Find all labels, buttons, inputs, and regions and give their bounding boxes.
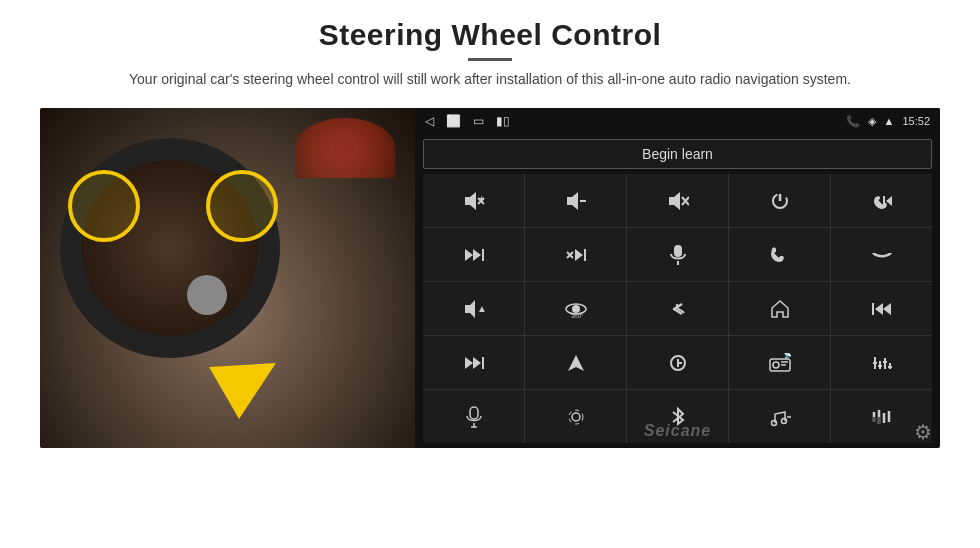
highlight-circle-left: [68, 170, 140, 242]
svg-marker-31: [465, 357, 473, 369]
svg-marker-27: [772, 301, 788, 317]
begin-learn-button[interactable]: Begin learn: [423, 139, 932, 169]
next-track-button[interactable]: [423, 228, 524, 281]
svg-text:📡: 📡: [783, 353, 791, 359]
svg-marker-13: [465, 249, 473, 261]
mic-button[interactable]: [627, 228, 728, 281]
svg-text:+: +: [479, 194, 484, 204]
svg-marker-29: [883, 303, 891, 315]
home-button[interactable]: [729, 282, 830, 335]
fast-forward-button[interactable]: [423, 336, 524, 389]
svg-marker-22: [465, 300, 475, 318]
android-panel: ◁ ⬜ ▭ ▮▯ 📞 ◈ ▲ 15:52 Begin learn: [415, 108, 940, 448]
svg-text:360°: 360°: [571, 313, 584, 319]
svg-point-39: [773, 362, 779, 368]
music-settings-button[interactable]: [729, 390, 830, 443]
highlight-circle-right: [206, 170, 278, 242]
svg-point-57: [781, 418, 786, 423]
status-bar: ◁ ⬜ ▭ ▮▯ 📞 ◈ ▲ 15:52: [415, 108, 940, 134]
location-icon: ◈: [868, 115, 876, 128]
status-right: 📞 ◈ ▲ 15:52: [846, 115, 930, 128]
gauge-hint: [295, 118, 395, 178]
svg-rect-51: [470, 407, 478, 419]
call-button[interactable]: [729, 228, 830, 281]
mute-button[interactable]: [627, 174, 728, 227]
phone-status-icon: 📞: [846, 115, 860, 128]
svg-marker-30: [875, 303, 883, 315]
vol-down-button[interactable]: [525, 174, 626, 227]
status-left: ◁ ⬜ ▭ ▮▯: [425, 114, 510, 128]
microphone2-button[interactable]: [423, 390, 524, 443]
speaker-button[interactable]: ▲: [423, 282, 524, 335]
svg-marker-4: [567, 192, 578, 210]
svg-marker-18: [575, 249, 583, 261]
navigate-button[interactable]: [525, 336, 626, 389]
skip-button[interactable]: [525, 228, 626, 281]
gear-settings-icon[interactable]: ⚙: [914, 420, 932, 444]
control-grid: +: [423, 174, 932, 443]
svg-marker-11: [886, 196, 892, 206]
page-wrapper: Steering Wheel Control Your original car…: [0, 0, 980, 548]
settings2-button[interactable]: [525, 390, 626, 443]
begin-learn-row: Begin learn: [415, 134, 940, 174]
svg-rect-20: [674, 245, 682, 257]
svg-marker-14: [473, 249, 481, 261]
home-nav-icon[interactable]: ⬜: [446, 114, 461, 128]
back-button[interactable]: [627, 282, 728, 335]
svg-marker-34: [568, 355, 584, 371]
vol-up-button[interactable]: +: [423, 174, 524, 227]
radio-button[interactable]: 📡: [729, 336, 830, 389]
recents-nav-icon[interactable]: ▭: [473, 114, 484, 128]
svg-point-24: [572, 305, 580, 313]
svg-marker-0: [465, 192, 476, 210]
steering-wheel-center: [187, 275, 227, 315]
svg-marker-32: [473, 357, 481, 369]
power-button[interactable]: [729, 174, 830, 227]
car-image-panel: [40, 108, 415, 448]
wifi-icon: ▲: [884, 115, 895, 127]
battery-icon: ▮▯: [496, 114, 510, 128]
page-title: Steering Wheel Control: [129, 18, 851, 52]
title-section: Steering Wheel Control Your original car…: [129, 18, 851, 102]
content-area: ◁ ⬜ ▭ ▮▯ 📞 ◈ ▲ 15:52 Begin learn: [40, 108, 940, 448]
title-divider: [468, 58, 512, 61]
prev-track-button[interactable]: [831, 282, 932, 335]
360-cam-button[interactable]: 360°: [525, 282, 626, 335]
eq-button[interactable]: [831, 336, 932, 389]
phone-prev-button[interactable]: [831, 174, 932, 227]
source-button[interactable]: [627, 336, 728, 389]
svg-text:▲: ▲: [477, 303, 485, 314]
svg-point-55: [569, 410, 583, 424]
bluetooth-button[interactable]: [627, 390, 728, 443]
time-display: 15:52: [902, 115, 930, 127]
subtitle: Your original car's steering wheel contr…: [129, 69, 851, 90]
back-nav-icon[interactable]: ◁: [425, 114, 434, 128]
hang-up-button[interactable]: [831, 228, 932, 281]
svg-point-54: [572, 413, 580, 421]
svg-point-56: [771, 420, 776, 425]
svg-marker-6: [669, 192, 680, 210]
